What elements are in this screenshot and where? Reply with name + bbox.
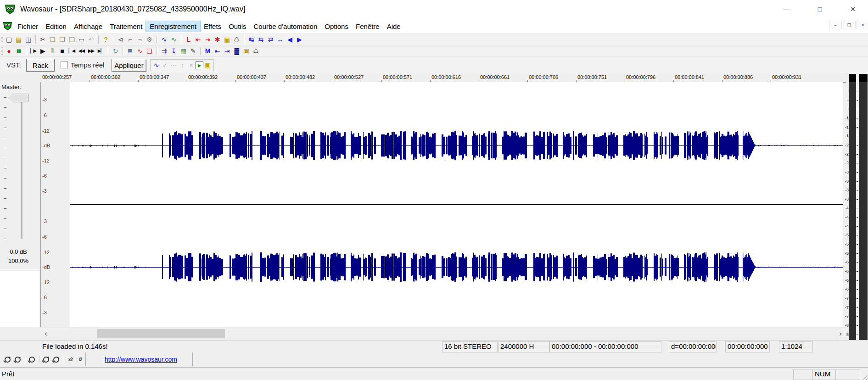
menu-fichier[interactable]: Fichier bbox=[14, 21, 42, 32]
marker-next-icon[interactable]: ⇥ bbox=[203, 35, 213, 44]
paste-new-icon[interactable]: ❑ bbox=[67, 35, 77, 44]
zoom-out-icon[interactable]: − bbox=[13, 355, 23, 363]
play-icon[interactable]: ▶ bbox=[38, 46, 48, 56]
zoom-wave-all-icon[interactable]: ⇄ bbox=[266, 35, 275, 44]
menu-edition[interactable]: Edition bbox=[42, 21, 70, 32]
horizontal-scrollbar[interactable]: ‹ › bbox=[40, 327, 846, 340]
mdi-close-button[interactable]: ✕ bbox=[857, 21, 868, 29]
marker-drop-icon[interactable]: L bbox=[184, 35, 193, 44]
scrollbar-thumb[interactable] bbox=[97, 329, 225, 338]
mdi-restore-button[interactable]: ❐ bbox=[843, 21, 856, 29]
insert-wave-icon[interactable]: ≣ bbox=[125, 46, 135, 56]
wave-grid-icon[interactable]: ▦ bbox=[179, 46, 188, 56]
menu-outils[interactable]: Outils bbox=[225, 21, 250, 32]
marker-lock-icon[interactable]: ▣ bbox=[222, 35, 232, 44]
scroll-left-button[interactable]: ‹ bbox=[40, 328, 51, 340]
resize-grip[interactable] bbox=[860, 373, 868, 380]
zoom-vertical-out-icon[interactable]: − bbox=[51, 355, 61, 363]
menu-affichage[interactable]: Affichage bbox=[70, 21, 106, 32]
copy-doc-icon[interactable]: ❏ bbox=[145, 46, 154, 56]
new-file-icon[interactable]: ▢ bbox=[4, 35, 14, 44]
go-start-icon[interactable]: ▏◀ bbox=[67, 46, 77, 56]
curve-delete-icon[interactable]: × bbox=[187, 61, 196, 70]
speaker-icon[interactable]: ⊲ bbox=[116, 35, 125, 44]
record-icon[interactable]: ● bbox=[4, 46, 14, 56]
wavosaur-link[interactable]: http://www.wavosaur.com bbox=[105, 356, 177, 363]
zoom-x2-icon[interactable]: x2 bbox=[65, 355, 75, 363]
marker-delete-icon[interactable]: ♺ bbox=[232, 35, 241, 44]
crop-icon[interactable]: ▭ bbox=[77, 35, 86, 44]
help-icon[interactable]: ? bbox=[101, 35, 111, 44]
master-fader-handle[interactable] bbox=[8, 94, 28, 102]
pencil-edit-icon[interactable]: ✎ bbox=[188, 46, 198, 56]
automation-curve-icon[interactable]: ∿ bbox=[152, 61, 161, 70]
undo-icon[interactable]: ↶ bbox=[86, 35, 96, 44]
cable-icon[interactable]: ⌐ bbox=[125, 35, 135, 44]
zoom-toolbar: +−▫+−x2/2 bbox=[0, 352, 86, 366]
go-end-icon[interactable]: ▶▏ bbox=[96, 46, 106, 56]
menu-courbe-d-automation[interactable]: Courbe d'automation bbox=[250, 21, 321, 32]
chevron-right-icon: › bbox=[839, 329, 842, 338]
zoom-in-icon[interactable]: + bbox=[3, 355, 13, 363]
scroll-right-button[interactable]: › bbox=[835, 328, 846, 340]
minimize-button[interactable]: — bbox=[776, 2, 797, 16]
mdi-minimize-button[interactable]: – bbox=[829, 21, 842, 29]
stats-wave-icon[interactable]: ∿ bbox=[135, 46, 145, 56]
wave-normalize-icon[interactable]: ↧ bbox=[169, 46, 179, 56]
menu-options[interactable]: Options bbox=[321, 21, 352, 32]
master-fader-track[interactable] bbox=[21, 95, 23, 239]
play-from-cursor-icon[interactable]: ▏▶ bbox=[28, 46, 38, 56]
vu-meter-icon[interactable]: ▮▮ bbox=[14, 46, 23, 56]
maximize-button[interactable]: □ bbox=[809, 2, 830, 16]
zoom-wave-in-icon[interactable]: ↹ bbox=[246, 35, 256, 44]
wave-channels-icon[interactable]: ⇉ bbox=[159, 46, 169, 56]
wave-select-icon[interactable]: ∿ bbox=[169, 35, 179, 44]
marker-m-prev-icon[interactable]: ⇤ bbox=[213, 46, 222, 56]
marker-m-icon[interactable]: M bbox=[203, 46, 213, 56]
zoom-wave-sel-icon[interactable]: ⇆ bbox=[256, 35, 266, 44]
stop-icon[interactable]: ■ bbox=[57, 46, 67, 56]
view-next-icon[interactable]: ▶ bbox=[295, 35, 304, 44]
save-file-icon[interactable]: ◫ bbox=[23, 35, 33, 44]
curve-points-icon[interactable]: ⋯ bbox=[169, 61, 178, 70]
menu-enregistrement[interactable]: Enregistrement bbox=[146, 21, 200, 32]
open-folder-icon[interactable]: ▤ bbox=[14, 35, 23, 44]
wrench-icon[interactable]: ⚙ bbox=[145, 35, 154, 44]
marker-m-next-icon[interactable]: ⇥ bbox=[222, 46, 232, 56]
close-button[interactable]: ✕ bbox=[842, 2, 863, 16]
curve-play-icon[interactable]: ▶ bbox=[196, 61, 203, 69]
forward-icon[interactable]: ▶▶ bbox=[86, 46, 96, 56]
fader-tick bbox=[4, 158, 6, 158]
curve-scale-icon[interactable]: ↕ bbox=[178, 61, 187, 70]
menu-traitement[interactable]: Traitement bbox=[106, 21, 146, 32]
loop-icon[interactable]: ↻ bbox=[111, 46, 120, 56]
zoom-half-icon[interactable]: /2 bbox=[75, 355, 85, 363]
zoom-vertical-in-icon[interactable]: + bbox=[41, 355, 51, 363]
zoom-wave-fit-icon[interactable]: ↔ bbox=[275, 35, 285, 44]
trash-icon[interactable]: ♺ bbox=[251, 46, 261, 56]
wave-fit-icon[interactable]: ∿ bbox=[159, 35, 169, 44]
zoom-selection-icon[interactable]: ▫ bbox=[27, 355, 37, 363]
marker-prev-icon[interactable]: ⇤ bbox=[193, 35, 203, 44]
vst-rack-button[interactable]: Rack bbox=[26, 59, 55, 72]
view-prev-icon[interactable]: ◀ bbox=[285, 35, 295, 44]
toolbar-grip-icon bbox=[1, 36, 3, 43]
curve-apply-icon[interactable]: ✓ bbox=[161, 61, 169, 70]
rewind-icon[interactable]: ◀◀ bbox=[77, 46, 86, 56]
vst-apply-button[interactable]: Appliquer bbox=[112, 59, 146, 72]
lock-icon[interactable]: ▣ bbox=[241, 46, 251, 56]
marker-all-icon[interactable]: ✱ bbox=[213, 35, 222, 44]
menu-aide[interactable]: Aide bbox=[383, 21, 404, 32]
cut-icon[interactable]: ✂ bbox=[38, 35, 48, 44]
pause-icon[interactable]: ‖ bbox=[48, 46, 57, 56]
copy-icon[interactable]: ❏ bbox=[48, 35, 57, 44]
curve-lock-icon[interactable]: ▣ bbox=[203, 61, 212, 70]
wave-invert-icon[interactable]: ▓ bbox=[232, 46, 241, 56]
master-empty-panel bbox=[0, 271, 39, 327]
menu-fen-tre[interactable]: Fenêtre bbox=[352, 21, 383, 32]
menu-effets[interactable]: Effets bbox=[200, 21, 225, 32]
time-ruler[interactable]: 00:00:00:25700:00:00:30200:00:00:34700:0… bbox=[0, 73, 846, 83]
paste-icon[interactable]: ❐ bbox=[57, 35, 67, 44]
realtime-checkbox[interactable] bbox=[61, 61, 68, 68]
cable-2-icon[interactable]: ¬ bbox=[135, 35, 145, 44]
